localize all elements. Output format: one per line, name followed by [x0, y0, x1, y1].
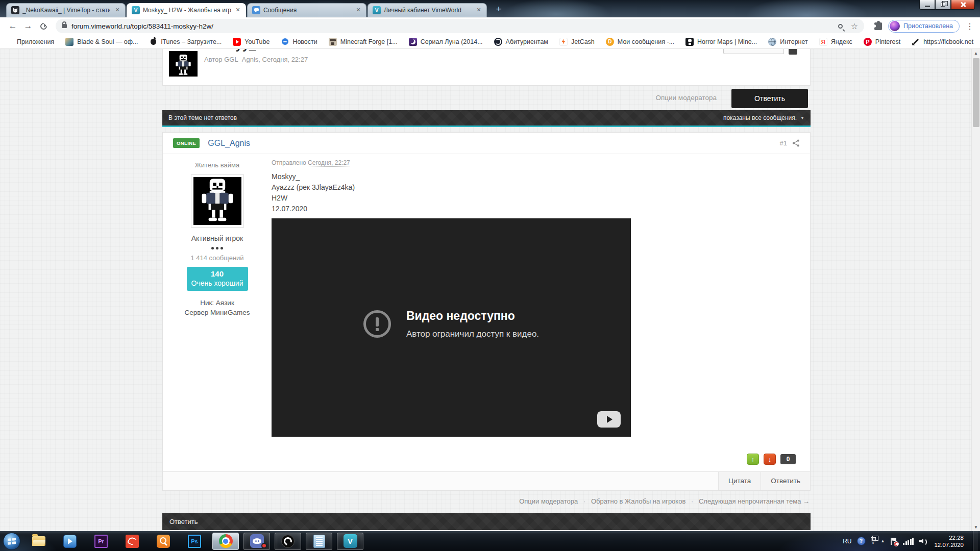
- taskbar-media-player-button[interactable]: [57, 533, 83, 550]
- reputation-badge[interactable]: 140 Очень хороший: [187, 267, 248, 291]
- tab-close-icon[interactable]: ×: [475, 6, 483, 14]
- bookmark-youtube[interactable]: YouTube: [233, 38, 270, 46]
- video-error-title: Видео недоступно: [406, 309, 539, 323]
- bookmark-internet[interactable]: Интернет: [768, 38, 808, 46]
- volume-icon[interactable]: [919, 537, 928, 545]
- taskbar-vimeworld-button[interactable]: [337, 533, 363, 550]
- scroll-down-icon[interactable]: ▼: [972, 523, 980, 531]
- zoom-icon[interactable]: [838, 24, 843, 29]
- language-bar-icon[interactable]: ▼: [871, 537, 876, 545]
- downvote-button[interactable]: ↓: [764, 454, 776, 465]
- youtube-logo-icon[interactable]: [597, 411, 621, 428]
- window-minimize-button[interactable]: [919, 0, 935, 10]
- unicorn-app-icon: [126, 535, 139, 548]
- forward-button[interactable]: →: [20, 21, 36, 31]
- moderator-options-footer-link[interactable]: Опции модератора: [519, 497, 578, 505]
- bookmark-horror-maps[interactable]: Horror Maps | Mine...: [685, 38, 757, 46]
- partial-follow-button[interactable]: [723, 49, 784, 54]
- page-content: Moskyy_ H2W Автор GGL_Agnis, Сегодня, 22…: [0, 49, 980, 531]
- action-center-flag-icon[interactable]: [890, 537, 898, 545]
- minimize-icon: [925, 6, 930, 7]
- tab-close-icon[interactable]: ×: [354, 6, 362, 14]
- reply-topic-button[interactable]: Ответить: [731, 89, 808, 108]
- user-avatar[interactable]: [191, 174, 244, 228]
- tab-vimeworld-account[interactable]: Личный кабинет VimeWorld ×: [368, 3, 487, 17]
- url-text[interactable]: forum.vimeworld.ru/topic/583411-moskyy-h…: [71, 22, 213, 30]
- bookmark-star-icon[interactable]: ☆: [851, 21, 858, 31]
- restore-icon: [941, 3, 945, 7]
- embedded-video-player[interactable]: Видео недоступно Автор ограничил доступ …: [272, 218, 631, 437]
- bookmark-jetcash[interactable]: JetCash: [559, 38, 595, 46]
- next-unread-topic-link[interactable]: Следующая непрочитанная тема →: [699, 497, 810, 505]
- tab-moskyy-h2w[interactable]: Moskyy_ H2W - Жалобы на игро ×: [127, 3, 246, 17]
- bookmark-ficbook[interactable]: https://ficbook.net: [912, 38, 973, 46]
- lock-icon[interactable]: [62, 24, 67, 28]
- photoshop-icon: Ps: [188, 535, 201, 548]
- taskbar-search-app-button[interactable]: [150, 533, 177, 550]
- language-indicator[interactable]: RU: [843, 538, 851, 545]
- network-signal-icon[interactable]: [903, 538, 914, 545]
- reply-section-bar[interactable]: Ответить: [162, 513, 811, 530]
- quote-button[interactable]: Цитата: [718, 472, 761, 490]
- tab-close-icon[interactable]: ×: [113, 6, 121, 14]
- bookmark-yandex[interactable]: Яндекс: [819, 38, 852, 46]
- taskbar-unicorn-app-button[interactable]: [119, 533, 145, 550]
- show-hidden-icons-button[interactable]: ▲: [881, 539, 885, 543]
- bookmark-novosti[interactable]: Новости: [281, 38, 317, 46]
- help-icon[interactable]: ?: [857, 537, 866, 545]
- scrollbar-thumb[interactable]: [973, 58, 979, 127]
- address-bar[interactable]: forum.vimeworld.ru/topic/583411-moskyy-h…: [56, 19, 864, 33]
- bookmark-apps[interactable]: Приложения: [6, 38, 54, 45]
- scroll-up-icon[interactable]: ▲: [972, 49, 980, 57]
- bookmark-blade-soul[interactable]: Blade & Soul — оф...: [65, 38, 138, 46]
- bookmark-serial-luna[interactable]: Сериал Луна (2014...: [409, 38, 483, 46]
- taskbar-premiere-button[interactable]: Pr: [88, 533, 114, 550]
- post-author-link[interactable]: GGL_Agnis: [208, 139, 250, 148]
- pen-icon: [912, 38, 920, 46]
- moderator-options-link[interactable]: Опции модератора: [655, 94, 717, 102]
- post-header-right: #1: [780, 139, 800, 147]
- blade-soul-favicon: [65, 38, 74, 46]
- post-text-line: Moskyy_: [272, 171, 800, 182]
- post-number-link[interactable]: #1: [780, 139, 787, 147]
- reply-post-button[interactable]: Ответить: [761, 472, 810, 490]
- chevron-down-icon: ▼: [800, 116, 804, 120]
- taskbar-photoshop-button[interactable]: Ps: [181, 533, 208, 550]
- partial-share-button[interactable]: [789, 49, 797, 55]
- bookmark-pinterest[interactable]: Pinterest: [864, 38, 900, 46]
- window-restore-button[interactable]: [935, 0, 951, 10]
- reload-button[interactable]: [39, 21, 48, 31]
- bookmark-moi-soobshcheniya[interactable]: Мои сообщения -...: [606, 38, 674, 46]
- profile-button[interactable]: Приостановлена: [888, 20, 960, 33]
- taskbar-explorer-button[interactable]: [26, 533, 52, 550]
- taskbar-chrome-button[interactable]: [212, 533, 239, 550]
- share-icon[interactable]: [792, 139, 800, 147]
- page-scrollbar[interactable]: ▲ ▼: [971, 49, 980, 531]
- back-to-forum-link[interactable]: Обратно в Жалобы на игроков: [591, 497, 685, 505]
- messages-filter-dropdown[interactable]: показаны все сообщения. ▼: [723, 114, 804, 121]
- chrome-icon: [219, 534, 233, 548]
- profile-avatar: [890, 21, 900, 31]
- upvote-button[interactable]: ↑: [747, 454, 759, 465]
- extensions-puzzle-icon[interactable]: [874, 22, 882, 30]
- taskbar-notepad-button[interactable]: [306, 533, 332, 550]
- back-button[interactable]: ←: [5, 21, 20, 31]
- taskbar-discord-button[interactable]: [243, 533, 270, 550]
- bookmark-itunes[interactable]: iTunes – Загрузите...: [150, 38, 222, 46]
- taskbar-clock[interactable]: 22:28 12.07.2020: [934, 534, 964, 548]
- tab-nekokawaii[interactable]: _NekoKawaii_ | VimeTop - статис ×: [6, 3, 126, 17]
- taskbar-obs-button[interactable]: [275, 533, 301, 550]
- video-unavailable-message: Видео недоступно Автор ограничил доступ …: [272, 218, 631, 437]
- premiere-icon: Pr: [94, 535, 108, 548]
- start-button[interactable]: [3, 533, 20, 550]
- topic-author-avatar[interactable]: [169, 51, 198, 77]
- new-tab-button[interactable]: +: [491, 3, 506, 16]
- tab-messages[interactable]: Сообщения ×: [247, 3, 366, 17]
- bookmark-abiturientam[interactable]: Абитуриентам: [494, 38, 548, 46]
- bookmark-minecraft-forge[interactable]: Minecraft Forge [1...: [329, 38, 398, 46]
- browser-menu-icon[interactable]: ⋮: [965, 21, 975, 31]
- window-close-button[interactable]: [951, 0, 975, 10]
- show-desktop-button[interactable]: [973, 531, 978, 551]
- tab-close-icon[interactable]: ×: [234, 6, 242, 14]
- post-votes-row: ↑ ↓ 0: [272, 454, 800, 465]
